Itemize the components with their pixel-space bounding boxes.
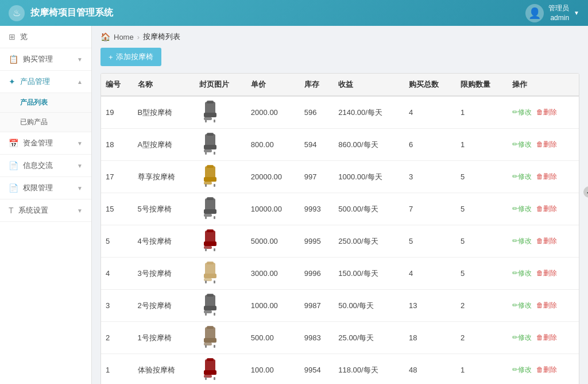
edit-button[interactable]: ✏修改 [512,365,532,375]
cell-total-buy: 5 [404,225,456,258]
cell-stock: 9995 [300,225,334,258]
svg-rect-1 [204,113,216,117]
cell-image [195,96,246,129]
cell-revenue: 150.00/每天 [334,258,404,290]
svg-rect-25 [204,241,216,246]
delete-button[interactable]: 🗑删除 [536,107,557,117]
edit-button[interactable]: ✏修改 [512,333,532,343]
svg-rect-24 [205,231,215,243]
delete-button[interactable]: 🗑删除 [536,365,557,375]
settings-arrow-icon: ▼ [77,208,83,214]
cell-name: 1号按摩椅 [133,322,195,354]
edit-button[interactable]: ✏修改 [512,236,532,246]
cell-id: 1 [101,354,133,385]
cell-limit: 5 [456,258,508,290]
product-table-wrapper: 编号 名称 封页图片 单价 库存 收益 购买总数 限购数量 操作 19 B型按摩… [100,73,579,384]
cell-name: 体验按摩椅 [133,354,195,385]
cell-price: 1000.00 [246,290,300,322]
cell-total-buy: 7 [404,193,456,225]
svg-rect-26 [204,246,212,249]
app-logo: ♨ [9,5,25,21]
sidebar-item-overview[interactable]: ⊞ 览 [0,26,91,48]
svg-rect-29 [207,229,214,232]
cell-total-buy: 13 [404,290,456,322]
cell-name: 4号按摩椅 [133,225,195,258]
breadcrumb-home-label[interactable]: Home [114,33,134,41]
sidebar-product-label: 产品管理 [20,76,77,87]
sidebar-item-info[interactable]: 📄 信息交流 ▼ [0,155,91,177]
user-dropdown-icon[interactable]: ▼ [574,10,579,16]
table-row: 1 体验按摩椅 100.00 9954 118.00/每天 48 1 ✏修改 🗑… [101,354,579,385]
edit-button[interactable]: ✏修改 [512,268,532,278]
product-icon: ✦ [9,77,16,86]
svg-rect-42 [205,327,215,340]
svg-rect-40 [214,313,215,316]
sidebar-finance-label: 资金管理 [23,138,77,148]
edit-button[interactable]: ✏修改 [512,204,532,214]
svg-rect-8 [204,149,212,152]
svg-rect-52 [214,377,215,380]
sidebar-item-product[interactable]: ✦ 产品管理 ▲ [0,71,91,93]
delete-button[interactable]: 🗑删除 [536,140,557,149]
cell-actions: ✏修改 🗑删除 [508,225,579,258]
user-name: admin [548,13,569,23]
cell-price: 100.00 [246,354,300,385]
delete-button[interactable]: 🗑删除 [536,333,557,343]
cell-price: 2000.00 [246,96,300,129]
avatar: 👤 [525,4,544,22]
edit-button[interactable]: ✏修改 [512,107,532,117]
delete-button[interactable]: 🗑删除 [536,172,557,182]
col-id: 编号 [101,74,133,96]
cell-image [195,193,246,225]
delete-button[interactable]: 🗑删除 [536,204,557,214]
svg-rect-30 [205,263,215,275]
cell-id: 4 [101,258,133,290]
svg-rect-46 [214,345,215,348]
svg-rect-45 [205,345,207,348]
svg-rect-4 [214,120,215,122]
sidebar-item-purchase[interactable]: 📋 购买管理 ▼ [0,48,91,71]
cell-stock: 9983 [300,322,334,354]
delete-button[interactable]: 🗑删除 [536,268,557,278]
svg-rect-12 [205,166,215,179]
cell-image [195,129,246,161]
cell-revenue: 50.00/每天 [334,290,404,322]
app-header: ♨ 按摩椅项目管理系统 👤 管理员 admin ▼ [0,0,588,26]
sidebar-item-product-list[interactable]: 产品列表 [0,93,91,113]
sidebar-item-settings[interactable]: T 系统设置 ▼ [0,199,91,222]
table-row: 15 5号按摩椅 10000.00 9993 500.00/每天 7 5 ✏修改… [101,193,579,225]
cell-price: 500.00 [246,322,300,354]
delete-button[interactable]: 🗑删除 [536,301,557,310]
svg-rect-43 [204,338,216,343]
info-icon: 📄 [9,161,18,170]
svg-rect-51 [205,377,207,380]
col-total-buy: 购买总数 [404,74,456,96]
settings-icon: T [9,206,14,215]
cell-stock: 594 [300,129,334,161]
cell-revenue: 500.00/每天 [334,193,404,225]
breadcrumb-current: 按摩椅列表 [143,32,180,42]
svg-rect-5 [207,101,214,103]
cell-actions: ✏修改 🗑删除 [508,258,579,290]
cell-id: 2 [101,322,133,354]
logo-icon: ♨ [13,7,21,18]
edit-button[interactable]: ✏修改 [512,172,532,182]
cell-image [195,290,246,322]
cell-stock: 9987 [300,290,334,322]
cell-image [195,225,246,258]
cell-price: 800.00 [246,129,300,161]
sidebar-item-finance[interactable]: 📅 资金管理 ▼ [0,132,91,155]
sidebar-item-purchased[interactable]: 已购产品 [0,113,91,132]
edit-button[interactable]: ✏修改 [512,140,532,149]
delete-button[interactable]: 🗑删除 [536,236,557,246]
svg-rect-49 [204,370,216,375]
sidebar-purchase-label: 购买管理 [23,54,77,64]
cell-limit: 5 [456,225,508,258]
cell-actions: ✏修改 🗑删除 [508,193,579,225]
cell-image [195,322,246,354]
sidebar-item-permission[interactable]: 📄 权限管理 ▼ [0,177,91,199]
edit-button[interactable]: ✏修改 [512,301,532,310]
cell-limit: 1 [456,129,508,161]
add-massage-chair-button[interactable]: + 添加按摩椅 [100,48,161,66]
main-layout: ⊞ 览 📋 购买管理 ▼ ✦ 产品管理 ▲ 产品列表 已购产品 📅 资金管理 ▼… [0,26,588,384]
